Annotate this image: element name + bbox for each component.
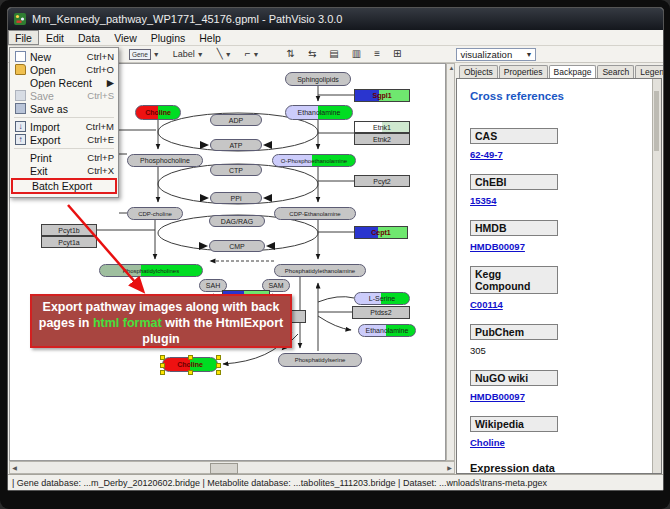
datanode-tool-button[interactable]: Gene▼ [126,46,163,62]
selection-handle[interactable] [188,355,193,360]
connector-tool-button[interactable]: ⌐▼ [242,46,263,62]
crossref-link[interactable]: HMDB00097 [470,241,525,252]
selection-handle[interactable] [216,355,221,360]
menubar-item-view[interactable]: View [107,30,144,45]
pathway-node-phosphatidylethanolamine[interactable]: Phosphatidylethanolamine [274,264,366,277]
pathway-node-etnk1[interactable]: Etnk1 [354,121,410,133]
selection-handle[interactable] [188,370,193,375]
tab-legend[interactable]: Legend [635,65,664,78]
distribute-button[interactable]: ≡ [371,46,383,62]
tab-backpage[interactable]: Backpage [549,65,597,79]
menubar-item-plugins[interactable]: Plugins [144,30,192,45]
menubar-item-file[interactable]: File [8,30,39,45]
crossref-database-header: NuGO wiki [470,370,558,386]
file-menu-item-save[interactable]: SaveCtrl+S [11,89,117,102]
file-menu-item-export[interactable]: ExportCtrl+E [11,133,117,146]
visualization-combobox[interactable]: visualization▼ [456,48,536,61]
pathway-node-etnk2[interactable]: Etnk2 [354,133,410,145]
menu-separator [14,148,114,149]
crossref-link[interactable]: C00114 [470,299,503,310]
pathway-node-pcyt1b[interactable]: Pcyt1b [41,224,97,236]
file-menu-item-batch-export[interactable]: Batch Export [13,180,115,192]
gene-node-icon: Gene [129,49,151,60]
pathway-node-pcyt2[interactable]: Pcyt2 [354,175,410,187]
selection-handle[interactable] [160,363,165,368]
canvas-vertical-scrollbar[interactable]: ▲ [446,63,455,461]
file-menu-item-save-as[interactable]: Save as [11,102,117,115]
crossref-link[interactable]: HMDB00097 [470,391,525,402]
menu-item-shortcut: Ctrl+N [87,51,114,62]
pathway-node-sgpl1[interactable]: Sgpl1 [354,89,410,102]
file-menu-item-open-recent[interactable]: Open Recent▶ [11,76,117,89]
pathway-node-pcyt1a[interactable]: Pcyt1a [41,236,97,248]
pathway-node-cdp-ethanolamine[interactable]: CDP-Ethanolamine [274,207,356,220]
align-center-button[interactable]: ⇅ [284,46,298,62]
selection-handle[interactable] [160,370,165,375]
file-menu-item-import[interactable]: ImportCtrl+M [11,120,117,133]
file-menu-item-new[interactable]: NewCtrl+N [11,50,117,63]
crossref-section-chebi: ChEBI15354 [470,174,653,206]
selection-handle[interactable] [216,363,221,368]
scroll-up-icon[interactable]: ▲ [447,64,456,73]
pathvisio-window: Mm_Kennedy_pathway_WP1771_45176.gpml - P… [7,7,664,491]
menu-separator [14,117,114,118]
pathway-node-l-serine[interactable]: L-Serine [354,292,410,305]
pathway-node-phosphatidylserine[interactable]: Phosphatidylserine [278,353,362,367]
pathway-node-choline[interactable]: Choline [135,105,181,120]
align-center-icon: ⇅ [287,49,295,59]
tab-search[interactable]: Search [597,65,634,78]
pathway-node-cmp[interactable]: CMP [209,240,265,252]
node-label: ATP [229,142,242,149]
crossref-link[interactable]: 15354 [470,195,496,206]
label-tool-button[interactable]: Label▼ [170,46,207,62]
menu-item-shortcut: Ctrl+X [87,165,114,176]
pathway-node-ethanolamine[interactable]: Ethanolamine [285,105,353,120]
stack-vertical-button[interactable]: ▤ [326,46,341,62]
stack-horizontal-button[interactable]: ▥ [349,46,364,62]
panel-scrollbar[interactable] [652,79,661,473]
scrollbar-thumb[interactable] [654,91,659,151]
canvas-horizontal-scrollbar[interactable]: ◀ ▶ [9,461,455,474]
menu-item-label: Save as [30,103,110,115]
menu-item-shortcut: Ctrl+S [87,90,114,101]
new-document-icon [15,51,26,62]
pathway-node-o-phosphoethanolamine[interactable]: O-Phosphoethanolamine [272,154,356,167]
scroll-right-icon[interactable]: ▶ [445,464,454,471]
menubar-item-edit[interactable]: Edit [39,30,71,45]
line-tool-button[interactable]: ╲▼ [214,46,235,62]
menubar-item-help[interactable]: Help [192,30,228,45]
crossref-link[interactable]: 62-49-7 [470,149,503,160]
file-menu-item-open[interactable]: OpenCtrl+O [11,63,117,76]
file-menu-item-exit[interactable]: ExitCtrl+X [11,164,117,177]
chevron-down-icon: ▼ [225,51,232,58]
crossref-section-nugo-wiki: NuGO wikiHMDB00097 [470,370,653,402]
menubar-item-data[interactable]: Data [71,30,107,45]
pathway-node-phosphocholine[interactable]: Phosphocholine [127,154,203,167]
pathway-node-adp[interactable]: ADP [210,114,262,126]
pathway-node-sphingolipids[interactable]: Sphingolipids [285,72,351,86]
align-middle-icon: ⇆ [308,49,316,59]
pathway-node-cept1[interactable]: Cept1 [354,226,408,239]
pathway-node-phosphatidylcholines[interactable]: Phosphatidylcholines [99,264,203,277]
tab-properties[interactable]: Properties [499,65,548,78]
group-button[interactable]: ⊞ [390,46,404,62]
tab-objects[interactable]: Objects [459,65,498,78]
selection-handle[interactable] [160,355,165,360]
align-middle-button[interactable]: ⇆ [305,46,319,62]
pathway-node-atp[interactable]: ATP [210,139,262,151]
scroll-left-icon[interactable]: ◀ [10,464,19,471]
pathway-node-cdp-choline[interactable]: CDP-choline [127,207,183,220]
selection-handle[interactable] [216,370,221,375]
import-icon [15,121,26,132]
scrollbar-thumb[interactable] [210,463,238,474]
pathway-node-dag-rag[interactable]: DAG/RAG [209,215,265,227]
pathway-node-ppi[interactable]: PPi [210,192,262,204]
pathway-node-ctp[interactable]: CTP [210,164,262,176]
pathway-node-ptdss2[interactable]: Ptdss2 [352,306,410,319]
node-label: Choline [177,361,203,368]
file-menu-item-print[interactable]: PrintCtrl+P [11,151,117,164]
crossref-link[interactable]: Choline [470,437,505,448]
title-bar[interactable]: Mm_Kennedy_pathway_WP1771_45176.gpml - P… [8,8,663,30]
pathway-node-ethanolamine[interactable]: Ethanolamine [358,324,416,337]
crossref-database-header: ChEBI [470,174,558,190]
